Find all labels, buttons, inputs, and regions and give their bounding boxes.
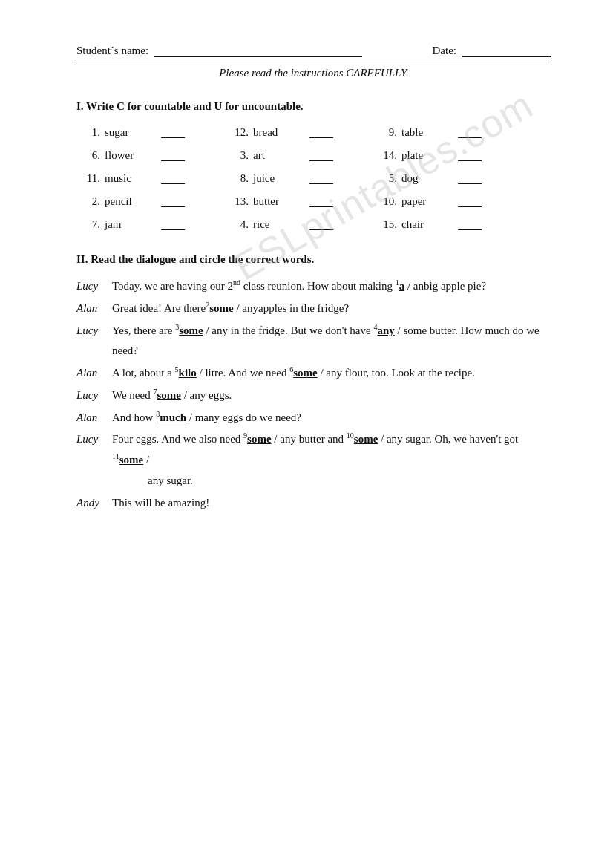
item-word: rice (253, 218, 305, 231)
circled-choice: any (377, 324, 394, 336)
answer-blank[interactable] (458, 174, 482, 184)
circled-choice: much (160, 411, 186, 423)
list-item: 1. sugar (84, 126, 232, 139)
item-word: chair (401, 218, 453, 231)
answer-blank[interactable] (309, 220, 333, 230)
item-number: 9. (381, 126, 397, 139)
speech-text: Great idea! Are there2some / anyapples i… (112, 298, 551, 319)
speech-text: A lot, about a 5kilo / litre. And we nee… (112, 363, 551, 384)
item-number: 4. (232, 218, 249, 231)
speaker-name: Lucy (76, 429, 112, 450)
answer-blank[interactable] (309, 174, 333, 184)
item-number: 1. (84, 126, 100, 139)
answer-blank[interactable] (309, 151, 333, 161)
speech-text: And how 8much / many eggs do we need? (112, 408, 551, 428)
speech-text: Yes, there are 3some / any in the fridge… (112, 321, 551, 362)
list-item: 3. art (232, 149, 381, 162)
section2-title: II. Read the dialogue and circle the cor… (76, 253, 551, 266)
list-item: 8. juice (232, 172, 381, 185)
list-item: 9. table (381, 126, 529, 139)
dialogue-entry: Lucy Four eggs. And we also need 9some /… (76, 429, 551, 491)
answer-blank[interactable] (458, 197, 482, 207)
item-number: 5. (381, 172, 397, 185)
circled-choice: kilo (179, 367, 197, 379)
speech-text: We need 7some / any eggs. (112, 385, 551, 406)
answer-blank[interactable] (458, 128, 482, 138)
answer-blank[interactable] (458, 220, 482, 230)
dialogue-entry: Lucy We need 7some / any eggs. (76, 385, 551, 406)
item-number: 8. (232, 172, 249, 185)
item-number: 12. (232, 126, 249, 139)
list-item: 2. pencil (84, 195, 232, 208)
name-label: Student´s name: (76, 45, 148, 57)
speaker-name: Alan (76, 298, 112, 319)
item-number: 2. (84, 195, 100, 208)
item-word: flower (105, 149, 157, 162)
item-word: plate (401, 149, 453, 162)
item-word: bread (253, 126, 305, 139)
answer-blank[interactable] (458, 151, 482, 161)
circled-choice: some (157, 389, 181, 401)
answer-blank[interactable] (309, 128, 333, 138)
date-label: Date: (433, 45, 456, 57)
item-number: 7. (84, 218, 100, 231)
speech-text: This will be amazing! (112, 493, 551, 514)
section1-title: I. Write C for countable and U for uncou… (76, 100, 551, 113)
item-word: pencil (105, 195, 157, 208)
circled-choice: some (119, 454, 144, 466)
speech-text: Today, we are having our 2nd class reuni… (112, 276, 551, 297)
item-number: 3. (232, 149, 249, 162)
header-row: Student´s name: Date: (76, 45, 551, 57)
answer-blank[interactable] (161, 220, 185, 230)
vocab-grid: 1. sugar 12. bread 9. table 6. flower 3.… (84, 126, 551, 231)
item-number: 10. (381, 195, 397, 208)
list-item: 15. chair (381, 218, 529, 231)
speaker-name: Lucy (76, 276, 112, 297)
list-item: 5. dog (381, 172, 529, 185)
item-word: art (253, 149, 305, 162)
circled-choice: some (209, 302, 234, 314)
answer-blank[interactable] (161, 197, 185, 207)
speaker-name: Lucy (76, 321, 112, 342)
speaker-name: Alan (76, 363, 112, 384)
instruction-text: Please read the instructions CAREFULLY. (76, 62, 551, 79)
circled-choice: some (247, 433, 272, 445)
item-word: butter (253, 195, 305, 208)
item-word: jam (105, 218, 157, 231)
list-item: 7. jam (84, 218, 232, 231)
dialogue-entry: Lucy Today, we are having our 2nd class … (76, 276, 551, 297)
date-field: Date: (433, 45, 551, 57)
item-number: 15. (381, 218, 397, 231)
circled-choice: some (293, 367, 318, 379)
list-item: 10. paper (381, 195, 529, 208)
list-item: 11. music (84, 172, 232, 185)
dialogue-entry: Alan And how 8much / many eggs do we nee… (76, 408, 551, 428)
answer-blank[interactable] (161, 174, 185, 184)
answer-blank[interactable] (309, 197, 333, 207)
speaker-name: Lucy (76, 385, 112, 406)
list-item: 12. bread (232, 126, 381, 139)
superscript-number: 11 (112, 452, 119, 460)
list-item: 14. plate (381, 149, 529, 162)
item-word: juice (253, 172, 305, 185)
list-item: 4. rice (232, 218, 381, 231)
superscript-number: 10 (347, 431, 354, 440)
item-word: table (401, 126, 453, 139)
list-item: 6. flower (84, 149, 232, 162)
date-line[interactable] (462, 45, 551, 57)
page: ESLprintables.com Student´s name: Date: … (17, 15, 596, 832)
item-number: 6. (84, 149, 100, 162)
superscript-number: nd (233, 278, 240, 287)
item-word: paper (401, 195, 453, 208)
item-word: sugar (105, 126, 157, 139)
dialogue-entry: Andy This will be amazing! (76, 493, 551, 514)
item-word: music (105, 172, 157, 185)
answer-blank[interactable] (161, 151, 185, 161)
answer-blank[interactable] (161, 128, 185, 138)
speaker-name: Andy (76, 493, 112, 514)
item-number: 14. (381, 149, 397, 162)
dialogue-entry: Lucy Yes, there are 3some / any in the f… (76, 321, 551, 362)
dialogue-entry: Alan Great idea! Are there2some / anyapp… (76, 298, 551, 319)
circled-choice: a (399, 280, 405, 292)
name-line[interactable] (154, 45, 362, 57)
